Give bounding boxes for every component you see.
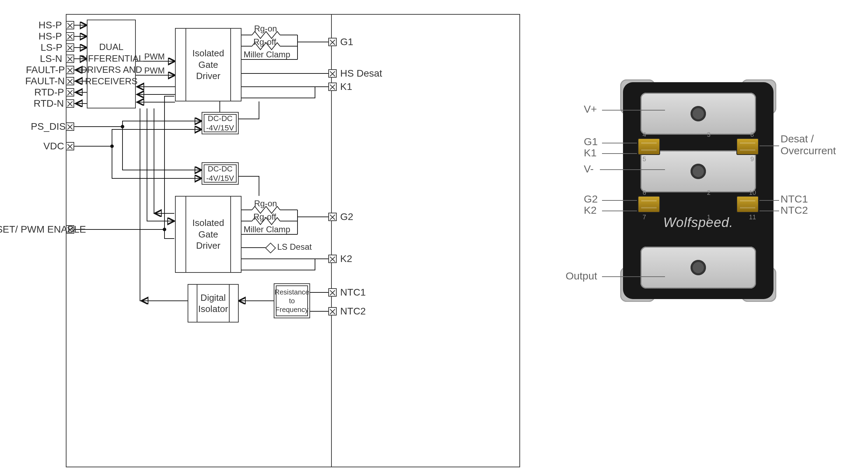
label-ls-desat: LS Desat — [277, 242, 312, 252]
mod-label-ntc1: NTC1 — [780, 193, 808, 205]
label-ntc2: NTC2 — [340, 306, 366, 317]
pin-fault-n — [66, 77, 74, 85]
block-digital-isolator-text: Digital Isolator — [198, 292, 228, 315]
module-terminal-vp — [640, 93, 756, 135]
module-pinno-6: 6 — [643, 189, 646, 197]
mod-lead-desat — [760, 146, 779, 146]
mod-lead-g2 — [602, 200, 637, 201]
block-r2f: Resistance to Frequency — [274, 283, 310, 318]
module-pinno-4: 4 — [643, 131, 646, 139]
label-hs-p-1: HS-P — [38, 20, 62, 31]
block-diff-drivers: DUAL DIFFERENTIAL DRIVERS AND RECEIVERS — [87, 20, 136, 108]
block-dcdc-top-text: DC-DC -4V/15V — [206, 114, 234, 133]
module-terminal-vm — [640, 150, 756, 192]
pin-hs-p-1 — [66, 21, 74, 29]
label-miller-1: Miller Clamp — [244, 50, 290, 59]
pin-hs-desat — [328, 69, 337, 78]
module-pinno-9: 9 — [750, 156, 754, 163]
module-conn-desat — [736, 138, 759, 155]
module-image: Wolfspeed. 4 3 8 5 9 6 2 10 7 1 11 — [623, 82, 774, 299]
pin-g1 — [328, 38, 337, 46]
label-reset: RESET/ PWM ENABLE — [0, 224, 65, 235]
module-pinno-2: 2 — [707, 189, 710, 197]
module-conn-g2k2 — [638, 196, 660, 213]
mod-label-k2: K2 — [584, 204, 597, 216]
pin-fault-p — [66, 66, 74, 74]
mod-label-k1: K1 — [584, 147, 597, 159]
label-k2: K2 — [340, 253, 352, 264]
pin-k1 — [328, 83, 337, 91]
mod-label-vp: V+ — [584, 103, 597, 115]
pin-hs-p-2 — [66, 32, 74, 41]
pin-rtd-p — [66, 88, 74, 97]
pin-ls-p — [66, 43, 74, 52]
label-ls-p: LS-P — [41, 42, 62, 53]
label-pwm-1: PWM — [144, 52, 165, 62]
mod-label-ntc2: NTC2 — [780, 204, 808, 216]
label-miller-2: Miller Clamp — [244, 225, 290, 234]
label-g2: G2 — [340, 211, 353, 222]
pin-g2 — [328, 213, 337, 221]
pin-ntc1 — [328, 288, 337, 297]
label-fault-n: FAULT-N — [25, 76, 65, 87]
label-rgoff-1: Rg-off — [253, 37, 276, 47]
module-pinno-5: 5 — [643, 156, 646, 163]
mod-lead-ntc1 — [760, 200, 779, 201]
label-ls-n: LS-N — [40, 53, 62, 64]
mod-label-out: Output — [566, 270, 597, 282]
block-r2f-text: Resistance to Frequency — [275, 288, 309, 314]
diagram-canvas: HS-P HS-P LS-P LS-N FAULT-P FAULT-N RTD-… — [7, 7, 861, 468]
module-pinno-8: 8 — [750, 131, 754, 139]
label-pwm-2: PWM — [144, 66, 165, 76]
block-dcdc-top: DC-DC -4V/15V — [202, 112, 239, 134]
mod-label-vm: V- — [584, 163, 594, 175]
module-pinno-10: 10 — [749, 189, 756, 197]
block-digital-isolator: Digital Isolator — [188, 284, 239, 322]
pin-vdc — [66, 142, 74, 150]
label-rtd-n: RTD-N — [34, 98, 64, 109]
block-dcdc-bot: DC-DC -4V/15V — [202, 162, 239, 185]
label-rgoff-2: Rg-off — [253, 212, 276, 222]
mod-label-g1: G1 — [584, 136, 598, 148]
pin-rtd-n — [66, 99, 74, 108]
label-rtd-p: RTD-P — [34, 87, 64, 98]
mod-lead-out — [602, 276, 665, 277]
block-igd-bot-text: Isolated Gate Driver — [192, 217, 224, 251]
label-hs-desat: HS Desat — [340, 68, 382, 79]
mod-lead-vm — [600, 169, 665, 170]
mod-lead-ntc2 — [760, 211, 779, 211]
module-conn-g1k1 — [638, 138, 660, 155]
module-pinno-1: 1 — [707, 214, 710, 221]
label-hs-p-2: HS-P — [38, 31, 62, 42]
mod-lead-vp — [602, 110, 665, 111]
block-diff-drivers-text: DUAL DIFFERENTIAL DRIVERS AND RECEIVERS — [79, 41, 144, 87]
pin-ps-dis — [66, 122, 74, 131]
label-fault-p: FAULT-P — [26, 64, 65, 76]
mod-label-g2: G2 — [584, 193, 598, 205]
label-vdc: VDC — [43, 141, 64, 152]
mod-lead-g1 — [602, 143, 637, 143]
module-pinno-3: 3 — [707, 131, 710, 139]
block-dcdc-bot-text: DC-DC -4V/15V — [206, 164, 234, 183]
label-ps-dis: PS_DIS — [31, 121, 66, 132]
block-igd-top-text: Isolated Gate Driver — [192, 48, 224, 82]
block-igd-bot: Isolated Gate Driver — [175, 196, 241, 273]
pin-ntc2 — [328, 307, 337, 316]
module-pinno-11: 11 — [749, 214, 756, 221]
module-pinno-7: 7 — [643, 214, 646, 221]
module-terminal-out — [640, 247, 756, 289]
mod-lead-k1 — [602, 153, 637, 154]
label-k1: K1 — [340, 81, 352, 92]
module-conn-ntc — [736, 196, 759, 213]
block-igd-top: Isolated Gate Driver — [175, 28, 241, 101]
label-rgon-2: Rg-on — [254, 199, 277, 208]
mod-lead-k2 — [602, 211, 637, 211]
pin-ls-n — [66, 55, 74, 63]
label-ntc1: NTC1 — [340, 287, 366, 298]
pin-k2 — [328, 255, 337, 263]
mod-label-desat: Desat / Overcurrent — [780, 133, 836, 157]
label-g1: G1 — [340, 36, 353, 48]
label-rgon-1: Rg-on — [254, 24, 277, 34]
